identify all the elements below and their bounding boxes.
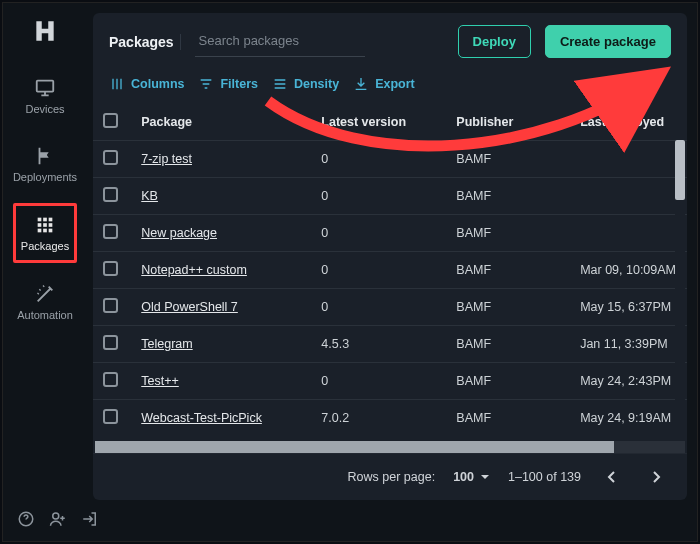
cell-version: 0 [311,178,446,215]
cell-version: 0 [311,141,446,178]
cell-publisher: BAMF [446,141,570,178]
row-checkbox[interactable] [103,298,118,313]
table-row[interactable]: KB0BAMFApr 06 [93,178,687,215]
vertical-scrollbar[interactable] [675,140,685,427]
table-row[interactable]: Test++0BAMFMay 24, 2:43PMMar 09 [93,363,687,400]
col-header-package[interactable]: Package [131,104,311,141]
svg-rect-5 [43,223,47,227]
sidebar-item-deployments[interactable]: Deployments [13,135,77,193]
cell-deployed: Mar 09, 10:09AM [570,252,687,289]
sidebar-item-devices[interactable]: Devices [13,67,77,125]
wand-icon [34,283,56,305]
cell-version: 0 [311,215,446,252]
row-checkbox[interactable] [103,261,118,276]
row-checkbox[interactable] [103,335,118,350]
app-logo [31,17,59,45]
svg-rect-2 [43,218,47,222]
cell-version: 4.5.3 [311,326,446,363]
cell-version: 0 [311,252,446,289]
monitor-icon [34,77,56,99]
packages-table: Package Latest version Publisher Last de… [93,104,687,431]
svg-rect-6 [49,223,53,227]
package-link[interactable]: Webcast-Test-PicPick [141,411,262,425]
next-page-button[interactable] [643,464,669,490]
row-checkbox[interactable] [103,187,118,202]
col-header-deployed[interactable]: Last deployed [570,104,687,141]
cell-version: 0 [311,289,446,326]
density-button[interactable]: Density [272,76,339,92]
cell-version: 7.0.2 [311,400,446,432]
package-link[interactable]: Old PowerShell 7 [141,300,238,314]
pagination: Rows per page: 100 1–100 of 139 [93,453,687,500]
package-link[interactable]: Telegram [141,337,192,351]
horizontal-scrollbar[interactable] [95,441,685,453]
package-link[interactable]: Test++ [141,374,179,388]
sidebar: Devices Deployments Packages Automation [3,3,87,500]
sidebar-item-label: Packages [21,240,69,252]
cell-deployed [570,141,687,178]
svg-point-11 [53,513,59,519]
package-link[interactable]: Notepad++ custom [141,263,247,277]
export-button[interactable]: Export [353,76,415,92]
package-link[interactable]: New package [141,226,217,240]
main-panel: Packages Deploy Create package Columns F… [93,13,687,500]
row-checkbox[interactable] [103,224,118,239]
svg-rect-3 [49,218,53,222]
row-checkbox[interactable] [103,150,118,165]
columns-icon [109,76,125,92]
help-icon[interactable] [17,510,35,531]
search-input[interactable] [195,27,365,57]
table-row[interactable]: 7-zip test0BAMFMar 09 [93,141,687,178]
package-link[interactable]: 7-zip test [141,152,192,166]
density-icon [272,76,288,92]
table-row[interactable]: Webcast-Test-PicPick7.0.2BAMFMay 24, 9:1… [93,400,687,432]
cell-publisher: BAMF [446,326,570,363]
rows-per-page-select[interactable]: 100 [453,470,490,484]
cell-deployed [570,178,687,215]
sidebar-item-label: Deployments [13,171,77,183]
logout-icon[interactable] [81,510,99,531]
cell-publisher: BAMF [446,400,570,432]
create-package-button[interactable]: Create package [545,25,671,58]
col-header-version[interactable]: Latest version [311,104,446,141]
cell-version: 0 [311,363,446,400]
prev-page-button[interactable] [599,464,625,490]
cell-deployed [570,215,687,252]
table-row[interactable]: New package0BAMFApr 06 [93,215,687,252]
svg-rect-9 [49,229,53,233]
select-all-checkbox[interactable] [103,113,118,128]
caret-down-icon [480,472,490,482]
table-row[interactable]: Old PowerShell 70BAMFMay 15, 6:37PMMay 1 [93,289,687,326]
add-user-icon[interactable] [49,510,67,531]
svg-rect-7 [38,229,42,233]
row-checkbox[interactable] [103,372,118,387]
svg-rect-0 [37,81,54,92]
rows-per-page-label: Rows per page: [348,470,436,484]
svg-rect-4 [38,223,42,227]
deploy-button[interactable]: Deploy [458,25,531,58]
cell-deployed: May 15, 6:37PM [570,289,687,326]
table-row[interactable]: Telegram4.5.3BAMFJan 11, 3:39PMJan 11 [93,326,687,363]
grid-icon [34,214,56,236]
svg-rect-8 [43,229,47,233]
sidebar-item-packages[interactable]: Packages [13,203,77,263]
table-container: Package Latest version Publisher Last de… [93,104,687,441]
package-link[interactable]: KB [141,189,158,203]
cell-publisher: BAMF [446,363,570,400]
header: Packages Deploy Create package [93,13,687,68]
cell-publisher: BAMF [446,215,570,252]
row-checkbox[interactable] [103,409,118,424]
filters-button[interactable]: Filters [198,76,258,92]
filter-icon [198,76,214,92]
cell-publisher: BAMF [446,289,570,326]
sidebar-item-label: Devices [25,103,64,115]
col-header-publisher[interactable]: Publisher [446,104,570,141]
sidebar-item-automation[interactable]: Automation [13,273,77,331]
table-row[interactable]: Notepad++ custom0BAMFMar 09, 10:09AMMar … [93,252,687,289]
download-icon [353,76,369,92]
cell-deployed: Jan 11, 3:39PM [570,326,687,363]
sidebar-item-label: Automation [17,309,73,321]
columns-button[interactable]: Columns [109,76,184,92]
flag-icon [34,145,56,167]
page-range: 1–100 of 139 [508,470,581,484]
